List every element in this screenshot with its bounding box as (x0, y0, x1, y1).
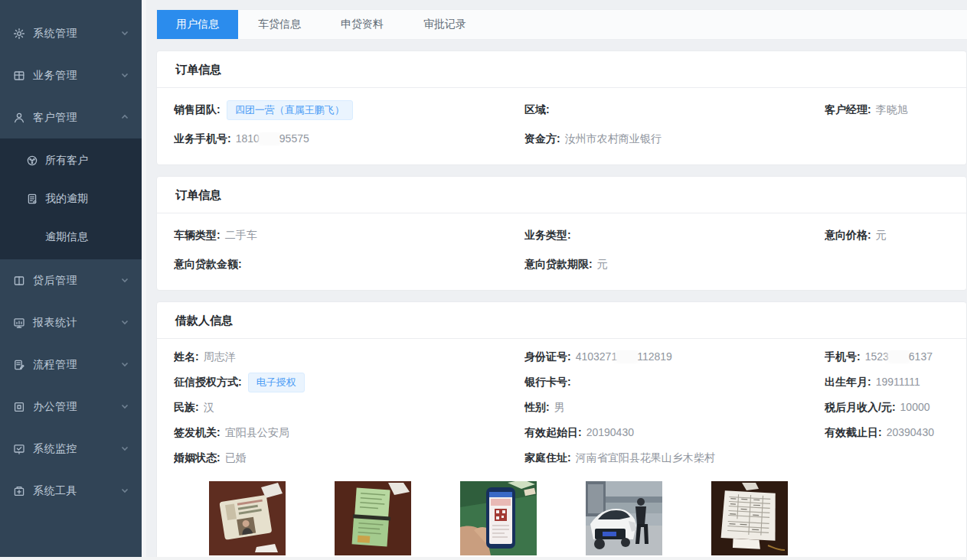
field-business-type: 业务类型: (524, 229, 825, 243)
borrower-info-card: 借款人信息 姓名:周志洋 身份证号:4103271112819 手机号:1523… (156, 301, 967, 560)
field-bank-card: 银行卡号: (524, 376, 825, 389)
field-id-number: 身份证号:4103271112819 (524, 350, 825, 364)
field-account-manager: 客户经理:李晓旭 (825, 103, 966, 117)
redacted-patch (889, 351, 909, 362)
customer-mgmt-submenu: 所有客户 我的逾期 逾期信息 (0, 138, 142, 259)
sidebar-item-label: 报表统计 (33, 316, 120, 330)
sidebar: 系统管理 业务管理 客户管理 所有客户 我的逾期 逾期信息 (0, 0, 142, 560)
document-photos-row: 身份证 (174, 470, 966, 560)
person-car-photo[interactable]: 人车合影 (586, 481, 662, 560)
field-sales-team: 销售团队:四团一营（直属王鹏飞） (174, 100, 524, 120)
gear-icon (13, 28, 25, 40)
field-credit-auth-method: 征信授权方式:电子授权 (174, 373, 524, 392)
tab-car-loan-info[interactable]: 车贷信息 (238, 10, 321, 39)
field-valid-to: 有效截止日:20390430 (825, 426, 966, 440)
user-icon (13, 112, 25, 124)
card-title: 借款人信息 (157, 302, 966, 339)
field-gender: 性别:男 (524, 401, 825, 415)
sidebar-item-office-mgmt[interactable]: 办公管理 (0, 386, 142, 428)
field-monthly-income: 税后月收入/元:10000 (825, 401, 966, 415)
sidebar-item-label: 系统工具 (33, 484, 120, 498)
sidebar-item-label: 系统管理 (33, 27, 120, 41)
sidebar-item-customer-mgmt[interactable]: 客户管理 (0, 96, 142, 138)
field-ethnicity: 民族:汉 (174, 401, 524, 415)
sales-team-tag[interactable]: 四团一营（直属王鹏飞） (227, 100, 353, 120)
tools-icon (13, 485, 25, 497)
monitor-icon (13, 443, 25, 455)
tab-user-info[interactable]: 用户信息 (157, 10, 238, 39)
chevron-down-icon (120, 70, 129, 82)
order-info-card-2: 订单信息 车辆类型:二手车 业务类型: 意向价格:元 意向贷款金额: (156, 176, 967, 291)
card-title: 订单信息 (157, 177, 966, 213)
sidebar-item-report-stats[interactable]: 报表统计 (0, 301, 142, 343)
document-thumbnail (711, 481, 788, 555)
id-card-thumbnail (209, 481, 286, 555)
chevron-down-icon (120, 28, 129, 40)
field-marital-status: 婚姻状态:已婚 (174, 451, 524, 465)
chevron-down-icon (120, 443, 129, 455)
phone-auth-thumbnail (460, 481, 537, 555)
sidebar-item-system-monitor[interactable]: 系统监控 (0, 428, 142, 470)
sidebar-item-label: 系统监控 (33, 442, 120, 456)
sidebar-item-label: 办公管理 (33, 400, 120, 414)
clients-icon (26, 155, 38, 167)
grid-icon (13, 70, 25, 82)
tab-approval-records[interactable]: 审批记录 (403, 10, 486, 39)
field-intent-price: 意向价格:元 (825, 229, 966, 243)
sidebar-subitem-label: 我的逾期 (45, 192, 88, 206)
document-photo[interactable]: 其他材料 (711, 481, 788, 560)
sidebar-subitem-label: 逾期信息 (45, 230, 88, 244)
field-funder: 资金方:汝州市农村商业银行 (524, 132, 825, 146)
sidebar-item-business-mgmt[interactable]: 业务管理 (0, 54, 142, 96)
sidebar-item-postloan-mgmt[interactable]: 贷后管理 (0, 259, 142, 301)
sidebar-subitem-overdue-info[interactable]: 逾期信息 (0, 218, 142, 256)
field-issuing-authority: 签发机关:宜阳县公安局 (174, 426, 524, 440)
field-phone: 手机号:15236137 (825, 350, 966, 364)
sidebar-item-process-mgmt[interactable]: 流程管理 (0, 343, 142, 386)
field-intent-loan-term: 意向贷款期限:元 (524, 258, 825, 272)
sidebar-item-label: 贷后管理 (33, 274, 120, 288)
chevron-down-icon (120, 275, 129, 287)
chevron-down-icon (120, 317, 129, 329)
redacted-patch (617, 351, 637, 362)
bottom-scrollbar-strip[interactable] (0, 557, 967, 560)
book-icon (13, 275, 25, 287)
tab-loan-application-docs[interactable]: 申贷资料 (321, 10, 403, 39)
field-name: 姓名:周志洋 (174, 350, 524, 364)
sidebar-item-system-mgmt[interactable]: 系统管理 (0, 12, 142, 54)
overdue-doc-icon (26, 193, 38, 205)
field-business-phone: 业务手机号:181095575 (174, 132, 524, 146)
registration-booklet-photo[interactable]: 登记证照片 (335, 481, 411, 560)
process-icon (13, 359, 25, 371)
order-info-card-1: 订单信息 销售团队:四团一营（直属王鹏飞） 区域: 客户经理:李晓旭 业务手机号… (156, 50, 967, 165)
tab-bar: 用户信息 车贷信息 申贷资料 审批记录 (156, 9, 967, 40)
field-region: 区域: (524, 103, 825, 117)
card-title: 订单信息 (157, 51, 966, 88)
field-home-address: 家庭住址:河南省宜阳县花果山乡木柴村 (524, 451, 825, 465)
chevron-down-icon (120, 485, 129, 497)
credit-auth-tag[interactable]: 电子授权 (248, 373, 305, 392)
main-content: 用户信息 车贷信息 申贷资料 审批记录 订单信息 销售团队:四团一营（直属王鹏飞… (142, 0, 967, 560)
sidebar-subitem-all-customers[interactable]: 所有客户 (0, 142, 142, 180)
chevron-down-icon (120, 359, 129, 371)
redacted-patch (260, 133, 279, 144)
chevron-down-icon (120, 401, 129, 413)
office-icon (13, 401, 25, 413)
field-intent-loan-amount: 意向贷款金额: (174, 258, 524, 272)
registration-booklet-thumbnail (335, 481, 411, 555)
sidebar-item-label: 流程管理 (33, 358, 120, 372)
phone-auth-photo[interactable]: 授权签名 (460, 481, 537, 560)
app-window: 系统管理 业务管理 客户管理 所有客户 我的逾期 逾期信息 (0, 0, 967, 560)
person-car-thumbnail (586, 481, 662, 555)
sidebar-subitem-my-overdue[interactable]: 我的逾期 (0, 180, 142, 218)
field-valid-from: 有效起始日:20190430 (524, 426, 825, 440)
sidebar-item-label: 业务管理 (33, 69, 120, 83)
report-icon (13, 317, 25, 329)
sidebar-item-system-tools[interactable]: 系统工具 (0, 470, 142, 512)
field-birth-date: 出生年月:19911111 (825, 376, 966, 389)
field-vehicle-type: 车辆类型:二手车 (174, 229, 524, 243)
sidebar-subitem-label: 所有客户 (45, 154, 88, 168)
sidebar-item-label: 客户管理 (33, 111, 120, 125)
chevron-up-icon (120, 112, 129, 124)
id-card-photo[interactable]: 身份证 (209, 481, 286, 560)
